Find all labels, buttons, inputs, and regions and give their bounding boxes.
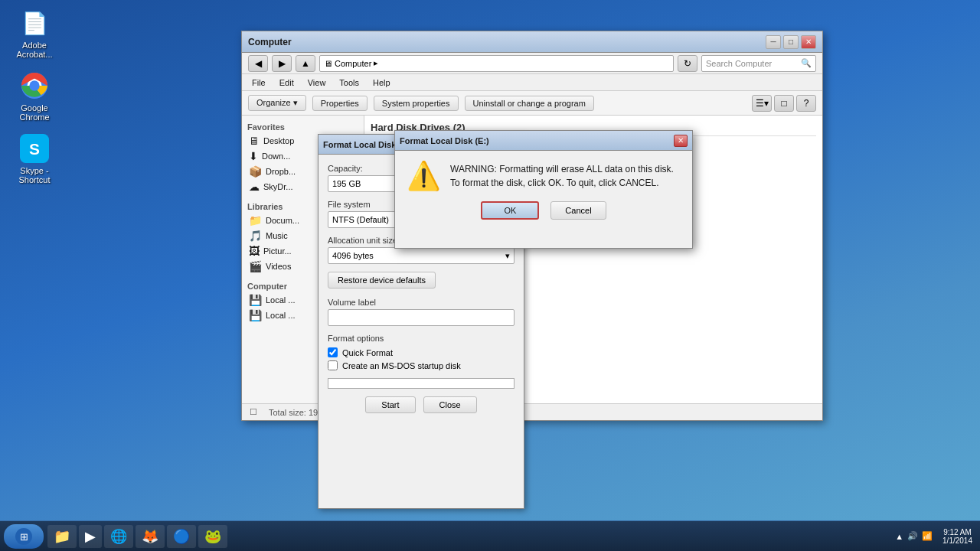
- search-bar[interactable]: Search Computer 🔍: [701, 55, 816, 72]
- view-options-button[interactable]: ☰▾: [752, 95, 772, 112]
- warning-close-button[interactable]: ✕: [674, 135, 688, 147]
- properties-button[interactable]: Properties: [312, 96, 368, 111]
- search-placeholder: Search Computer: [706, 59, 772, 68]
- chrome-label: Google Chrome: [8, 103, 61, 122]
- menu-view[interactable]: View: [302, 77, 332, 89]
- taskbar-file-explorer[interactable]: 📁: [47, 525, 77, 548]
- media-player-icon: ▶: [85, 528, 96, 545]
- sidebar-local-e-label: Local ...: [266, 311, 296, 320]
- desktop-icon-skype[interactable]: S Skype - Shortcut: [8, 133, 61, 184]
- desktop-icon-chrome[interactable]: Google Chrome: [8, 70, 61, 122]
- videos-icon: 🎬: [249, 260, 262, 272]
- uninstall-button[interactable]: Uninstall or change a program: [465, 96, 594, 111]
- network-icon[interactable]: 📶: [922, 531, 933, 541]
- address-text: Computer: [335, 59, 371, 68]
- desktop-icon-adobe[interactable]: 📄 Adobe Acrobat...: [8, 8, 61, 59]
- sidebar-videos-label: Videos: [266, 262, 291, 271]
- help-button[interactable]: ?: [796, 95, 816, 112]
- pictures-icon: 🖼: [249, 245, 260, 257]
- local-disk-c-icon: 💾: [249, 294, 262, 306]
- taskbar-tray: ▲ 🔊 📶: [889, 531, 939, 541]
- secondary-toolbar: Organize ▾ Properties System properties …: [242, 91, 822, 116]
- menu-tools[interactable]: Tools: [333, 77, 365, 89]
- explorer-nav-toolbar: ◀ ▶ ▲ 🖥 Computer ▸ ↻ Search Computer 🔍: [242, 53, 822, 74]
- system-properties-button[interactable]: System properties: [374, 96, 459, 111]
- msdos-checkbox[interactable]: [328, 360, 338, 370]
- downloads-icon: ⬇: [249, 150, 258, 162]
- forward-button[interactable]: ▶: [272, 55, 292, 72]
- address-arrow: ▸: [374, 58, 378, 68]
- preview-button[interactable]: □: [774, 95, 794, 112]
- warning-message: WARNING: Formatting will erase ALL data …: [450, 162, 674, 190]
- favorites-title: Favorites: [246, 119, 360, 133]
- msdos-row: Create an MS-DOS startup disk: [328, 360, 514, 370]
- warning-cancel-button[interactable]: Cancel: [550, 201, 606, 220]
- taskbar-chrome[interactable]: 🔵: [167, 525, 196, 548]
- allocation-value: 4096 bytes: [332, 251, 374, 260]
- format-options-title: Format options: [328, 334, 514, 343]
- quick-format-checkbox[interactable]: [328, 347, 338, 357]
- explorer-title: Computer: [248, 37, 766, 47]
- start-button[interactable]: ⊞: [4, 524, 44, 549]
- file-explorer-icon: 📁: [54, 528, 70, 545]
- taskbar-clock[interactable]: 9:12 AM 1/1/2014: [939, 528, 976, 545]
- warning-icon: ⚠️: [407, 162, 441, 190]
- dropbox-icon: 📦: [249, 165, 262, 178]
- taskbar-firefox[interactable]: 🦊: [136, 525, 165, 548]
- menu-file[interactable]: File: [246, 77, 272, 89]
- format-start-button[interactable]: Start: [365, 396, 415, 413]
- tray-expand-icon[interactable]: ▲: [895, 532, 903, 541]
- menu-help[interactable]: Help: [367, 77, 397, 89]
- address-icon: 🖥: [324, 59, 332, 68]
- sidebar-desktop-label: Desktop: [263, 136, 294, 145]
- address-bar[interactable]: 🖥 Computer ▸: [319, 55, 674, 72]
- format-dialog-footer: Start Close: [328, 396, 514, 413]
- window-controls: ─ □ ✕: [766, 35, 816, 49]
- svg-text:S: S: [29, 140, 40, 158]
- close-button[interactable]: ✕: [801, 35, 816, 49]
- sidebar-skydrive-label: SkyDr...: [263, 182, 293, 191]
- volume-label-input[interactable]: [328, 309, 514, 326]
- status-checkbox: ☐: [250, 407, 257, 417]
- maximize-button[interactable]: □: [783, 35, 799, 49]
- local-disk-e-icon: 💾: [249, 309, 262, 321]
- minimize-button[interactable]: ─: [766, 35, 781, 49]
- sidebar-pictures-label: Pictur...: [263, 246, 292, 256]
- format-close-button[interactable]: Close: [423, 396, 477, 413]
- svg-point-2: [29, 80, 39, 90]
- up-button[interactable]: ▲: [296, 55, 315, 72]
- clock-date: 1/1/2014: [942, 536, 972, 545]
- warning-titlebar: Format Local Disk (E:) ✕: [395, 131, 692, 151]
- allocation-dropdown[interactable]: 4096 bytes ▾: [328, 247, 514, 264]
- restore-defaults-button[interactable]: Restore device defaults: [328, 272, 436, 289]
- back-button[interactable]: ◀: [248, 55, 268, 72]
- warning-title: Format Local Disk (E:): [400, 136, 674, 145]
- menu-edit[interactable]: Edit: [273, 77, 300, 89]
- skype-icon: S: [19, 133, 50, 164]
- warning-dialog: Format Local Disk (E:) ✕ ⚠️ WARNING: For…: [394, 130, 693, 249]
- refresh-button[interactable]: ↻: [678, 55, 697, 72]
- organize-button[interactable]: Organize ▾: [248, 95, 306, 111]
- volume-icon[interactable]: 🔊: [907, 531, 918, 541]
- taskbar: ⊞ 📁 ▶ 🌐 🦊 🔵 🐸 ▲ 🔊: [0, 520, 980, 551]
- taskbar-items: 📁 ▶ 🌐 🦊 🔵 🐸: [47, 525, 889, 548]
- taskbar-media-player[interactable]: ▶: [79, 525, 102, 548]
- volume-label-label: Volume label: [328, 298, 514, 307]
- sidebar-music-label: Music: [266, 231, 288, 240]
- explorer-titlebar: Computer ─ □ ✕: [242, 31, 822, 53]
- clock-time: 9:12 AM: [942, 528, 972, 536]
- warning-ok-button[interactable]: OK: [481, 201, 539, 220]
- sidebar-downloads-label: Down...: [262, 152, 290, 161]
- desktop-icons: 📄 Adobe Acrobat... Google Chrome: [8, 8, 61, 184]
- taskbar-ie[interactable]: 🌐: [104, 525, 133, 548]
- taskbar-app6[interactable]: 🐸: [198, 525, 227, 548]
- svg-text:⊞: ⊞: [20, 531, 28, 543]
- allocation-arrow-icon: ▾: [505, 251, 510, 261]
- format-progress-bar: [328, 378, 514, 389]
- taskbar-chrome-icon: 🔵: [173, 528, 190, 545]
- app6-icon: 🐸: [204, 528, 221, 545]
- quick-format-row: Quick Format: [328, 347, 514, 357]
- sidebar-documents-label: Docum...: [266, 216, 299, 225]
- filesystem-value: NTFS (Default): [332, 215, 389, 224]
- warning-footer: OK Cancel: [395, 197, 692, 227]
